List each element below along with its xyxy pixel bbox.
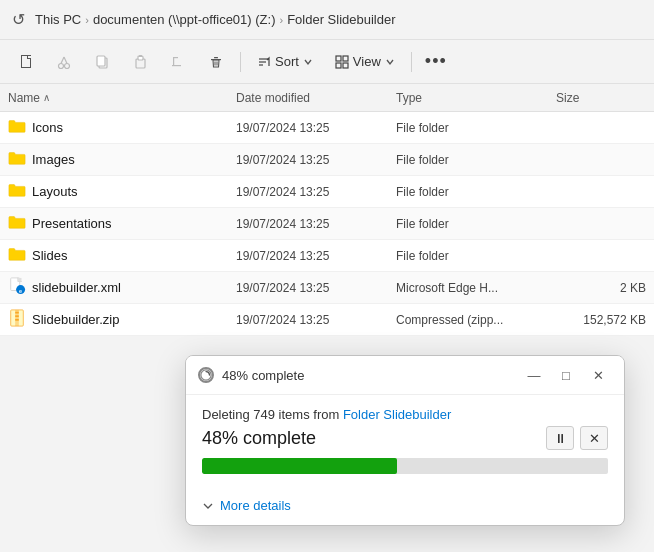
svg-rect-0: [21, 55, 28, 56]
dialog-pause-button[interactable]: ⏸: [546, 426, 574, 450]
file-date: 19/07/2024 13:25: [236, 153, 396, 167]
svg-rect-17: [173, 57, 174, 66]
table-row[interactable]: Slides 19/07/2024 13:25 File folder: [0, 240, 654, 272]
view-button[interactable]: View: [325, 46, 405, 78]
file-rows-container: Icons 19/07/2024 13:25 File folder Image…: [0, 112, 654, 336]
file-name: Icons: [32, 120, 63, 135]
dialog-close-button[interactable]: ✕: [584, 364, 612, 386]
new-button[interactable]: [8, 46, 44, 78]
toolbar: Sort View •••: [0, 40, 654, 84]
paste-button[interactable]: [122, 46, 158, 78]
dialog-percent-row: 48% complete ⏸ ✕: [202, 426, 608, 450]
dialog-more-details[interactable]: More details: [186, 492, 624, 525]
file-name-cell: Slides: [8, 245, 236, 266]
table-row[interactable]: Images 19/07/2024 13:25 File folder: [0, 144, 654, 176]
breadcrumb-current: Folder Slidebuilder: [287, 12, 395, 27]
svg-rect-31: [18, 278, 22, 282]
file-name: Presentations: [32, 216, 112, 231]
file-name-cell: Layouts: [8, 181, 236, 202]
svg-text:e: e: [19, 288, 22, 294]
dialog-folder-link[interactable]: Folder Slidebuilder: [343, 407, 451, 422]
file-size: 2 KB: [556, 281, 646, 295]
rename-button[interactable]: [160, 46, 196, 78]
sort-label: Sort: [275, 54, 299, 69]
dialog-maximize-button[interactable]: □: [552, 364, 580, 386]
dialog-title-controls: — □ ✕: [520, 364, 612, 386]
file-date: 19/07/2024 13:25: [236, 121, 396, 135]
dialog-title-bar: 48% complete — □ ✕: [186, 356, 624, 395]
dialog-percent-text: 48% complete: [202, 428, 316, 449]
header-date[interactable]: Date modified: [236, 91, 396, 105]
dialog-body: Deleting 749 items from Folder Slidebuil…: [186, 395, 624, 492]
file-type-icon: [8, 149, 26, 170]
dialog-deleting-text: Deleting 749 items from Folder Slidebuil…: [202, 407, 608, 422]
file-date: 19/07/2024 13:25: [236, 313, 396, 327]
file-type-icon: [8, 181, 26, 202]
table-row[interactable]: Layouts 19/07/2024 13:25 File folder: [0, 176, 654, 208]
svg-line-9: [61, 57, 64, 64]
minimize-icon: —: [528, 368, 541, 383]
dialog-minimize-button[interactable]: —: [520, 364, 548, 386]
file-name-cell: Icons: [8, 117, 236, 138]
view-label: View: [353, 54, 381, 69]
file-name-cell: Presentations: [8, 213, 236, 234]
file-date: 19/07/2024 13:25: [236, 185, 396, 199]
file-type-icon: [8, 309, 26, 330]
refresh-button[interactable]: ↺: [12, 10, 25, 29]
breadcrumb-drive[interactable]: documenten (\\ppt-office01) (Z:): [93, 12, 276, 27]
file-name: Slides: [32, 248, 67, 263]
file-name-cell: Slidebuilder.zip: [8, 309, 236, 330]
dialog-cancel-button[interactable]: ✕: [580, 426, 608, 450]
svg-rect-2: [21, 67, 31, 68]
more-options-button[interactable]: •••: [418, 46, 454, 78]
svg-rect-18: [173, 57, 178, 58]
delete-progress-dialog[interactable]: 48% complete — □ ✕ Deleting 749 items fr…: [185, 355, 625, 526]
cut-button[interactable]: [46, 46, 82, 78]
delete-button[interactable]: [198, 46, 234, 78]
svg-rect-3: [30, 58, 31, 68]
table-row[interactable]: Icons 19/07/2024 13:25 File folder: [0, 112, 654, 144]
file-type: File folder: [396, 185, 556, 199]
toolbar-separator-1: [240, 52, 241, 72]
file-name: slidebuilder.xml: [32, 280, 121, 295]
progress-bar-container: [202, 458, 608, 474]
file-type: Microsoft Edge H...: [396, 281, 556, 295]
file-type: Compressed (zipp...: [396, 313, 556, 327]
file-name: Slidebuilder.zip: [32, 312, 119, 327]
header-size[interactable]: Size: [556, 91, 646, 105]
table-row[interactable]: e slidebuilder.xml 19/07/2024 13:25 Micr…: [0, 272, 654, 304]
sort-button[interactable]: Sort: [247, 46, 323, 78]
breadcrumb-this-pc[interactable]: This PC: [35, 12, 81, 27]
file-type: File folder: [396, 217, 556, 231]
progress-bar-fill: [202, 458, 397, 474]
breadcrumb-sep-2: ›: [279, 14, 283, 26]
file-date: 19/07/2024 13:25: [236, 249, 396, 263]
file-type-icon: [8, 213, 26, 234]
file-type: File folder: [396, 121, 556, 135]
file-list-header: Name ∧ Date modified Type Size: [0, 84, 654, 112]
svg-rect-29: [343, 63, 348, 68]
svg-rect-38: [15, 319, 19, 321]
table-row[interactable]: Presentations 19/07/2024 13:25 File fold…: [0, 208, 654, 240]
svg-rect-12: [97, 56, 105, 66]
maximize-icon: □: [562, 368, 570, 383]
sort-arrow-icon: ∧: [43, 92, 50, 103]
breadcrumb-sep-1: ›: [85, 14, 89, 26]
svg-point-8: [65, 63, 70, 68]
file-type-icon: [8, 245, 26, 266]
file-type: File folder: [396, 249, 556, 263]
close-icon: ✕: [593, 368, 604, 383]
file-name: Layouts: [32, 184, 78, 199]
table-row[interactable]: Slidebuilder.zip 19/07/2024 13:25 Compre…: [0, 304, 654, 336]
more-icon: •••: [425, 51, 447, 72]
file-name-cell: e slidebuilder.xml: [8, 277, 236, 298]
file-name-cell: Images: [8, 149, 236, 170]
header-name[interactable]: Name ∧: [8, 91, 236, 105]
cancel-icon: ✕: [589, 431, 600, 446]
dialog-title-left: 48% complete: [198, 367, 304, 383]
svg-rect-36: [15, 312, 19, 314]
svg-rect-28: [336, 63, 341, 68]
header-type[interactable]: Type: [396, 91, 556, 105]
copy-button[interactable]: [84, 46, 120, 78]
svg-line-10: [64, 57, 67, 64]
